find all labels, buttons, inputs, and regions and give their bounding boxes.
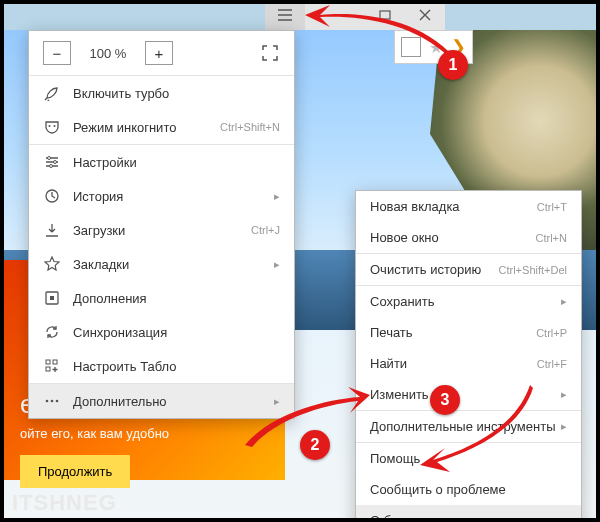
watermark: ITSHNEG <box>12 490 117 516</box>
submenu-item-devtools[interactable]: Дополнительные инструменты▸ <box>356 411 581 442</box>
zoom-value: 100 % <box>81 46 135 61</box>
menu-item-bookmarks[interactable]: Закладки ▸ <box>29 247 294 281</box>
menu-label: Синхронизация <box>73 325 280 340</box>
fullscreen-icon[interactable] <box>260 43 280 63</box>
dots-icon <box>43 392 61 410</box>
chevron-right-icon: ▸ <box>561 295 567 308</box>
svg-point-12 <box>46 400 49 403</box>
close-window-button[interactable] <box>405 0 445 30</box>
menu-label: Режим инкогнито <box>73 120 208 135</box>
zoom-in-button[interactable]: + <box>145 41 173 65</box>
annotation-badge-3: 3 <box>430 385 460 415</box>
more-submenu: Новая вкладкаCtrl+T Новое окноCtrl+N Очи… <box>355 190 582 522</box>
submenu-item-save[interactable]: Сохранить▸ <box>356 286 581 317</box>
menu-item-incognito[interactable]: Режим инкогнито Ctrl+Shift+N <box>29 110 294 144</box>
submenu-item-about[interactable]: О браузере <box>356 505 581 522</box>
menu-item-settings[interactable]: Настройки <box>29 145 294 179</box>
submenu-item-edit[interactable]: Изменить▸ <box>356 379 581 410</box>
sliders-icon <box>43 153 61 171</box>
bookmark-star-icon[interactable]: ★ <box>429 38 443 57</box>
zoom-out-button[interactable]: − <box>43 41 71 65</box>
chevron-right-icon: ▸ <box>274 258 280 271</box>
chevron-right-icon: ▸ <box>561 388 567 401</box>
submenu-item-clearhistory[interactable]: Очистить историюCtrl+Shift+Del <box>356 254 581 285</box>
menu-item-addons[interactable]: Дополнения <box>29 281 294 315</box>
svg-point-14 <box>56 400 59 403</box>
svg-point-5 <box>50 165 53 168</box>
menu-item-turbo[interactable]: Включить турбо <box>29 76 294 110</box>
svg-point-2 <box>54 125 56 127</box>
puzzle-icon <box>43 289 61 307</box>
menu-item-sync[interactable]: Синхронизация <box>29 315 294 349</box>
shield-icon[interactable] <box>401 37 421 57</box>
svg-point-4 <box>54 161 57 164</box>
rocket-icon <box>43 84 61 102</box>
menu-label: Загрузки <box>73 223 239 238</box>
chevron-right-icon: ▸ <box>561 420 567 433</box>
menu-label: Включить турбо <box>73 86 280 101</box>
menu-item-tablo[interactable]: Настроить Табло <box>29 349 294 383</box>
menu-label: История <box>73 189 262 204</box>
submenu-item-report[interactable]: Сообщить о проблеме <box>356 474 581 505</box>
annotation-badge-1: 1 <box>438 50 468 80</box>
submenu-item-help[interactable]: Помощь <box>356 443 581 474</box>
menu-item-downloads[interactable]: Загрузки Ctrl+J <box>29 213 294 247</box>
submenu-item-print[interactable]: ПечатьCtrl+P <box>356 317 581 348</box>
chevron-right-icon: ▸ <box>274 190 280 203</box>
installer-subline: ойте его, как вам удобно <box>20 426 285 441</box>
svg-point-13 <box>51 400 54 403</box>
svg-point-1 <box>49 125 51 127</box>
download-icon <box>43 221 61 239</box>
hamburger-menu-button[interactable] <box>265 0 305 30</box>
shortcut-hint: Ctrl+Shift+N <box>220 121 280 133</box>
menu-label: Настроить Табло <box>73 359 280 374</box>
svg-rect-10 <box>46 367 50 371</box>
sync-icon <box>43 323 61 341</box>
annotation-badge-2: 2 <box>300 430 330 460</box>
svg-rect-9 <box>46 360 50 364</box>
submenu-item-find[interactable]: НайтиCtrl+F <box>356 348 581 379</box>
svg-rect-0 <box>380 11 390 19</box>
svg-rect-8 <box>50 296 54 300</box>
continue-button[interactable]: Продолжить <box>20 455 130 488</box>
star-icon <box>43 255 61 273</box>
menu-label: Дополнительно <box>73 394 262 409</box>
menu-label: Закладки <box>73 257 262 272</box>
grid-plus-icon <box>43 357 61 375</box>
chevron-right-icon: ▸ <box>274 395 280 408</box>
clock-icon <box>43 187 61 205</box>
minimize-window-button[interactable] <box>365 0 405 30</box>
menu-label: Дополнения <box>73 291 280 306</box>
svg-point-3 <box>48 157 51 160</box>
submenu-item-newtab[interactable]: Новая вкладкаCtrl+T <box>356 191 581 222</box>
main-menu: − 100 % + Включить турбо Режим инкогнито… <box>28 30 295 419</box>
submenu-item-newwindow[interactable]: Новое окноCtrl+N <box>356 222 581 253</box>
shortcut-hint: Ctrl+J <box>251 224 280 236</box>
svg-rect-11 <box>53 360 57 364</box>
menu-item-history[interactable]: История ▸ <box>29 179 294 213</box>
mask-icon <box>43 118 61 136</box>
menu-label: Настройки <box>73 155 280 170</box>
menu-item-more[interactable]: Дополнительно ▸ <box>29 384 294 418</box>
